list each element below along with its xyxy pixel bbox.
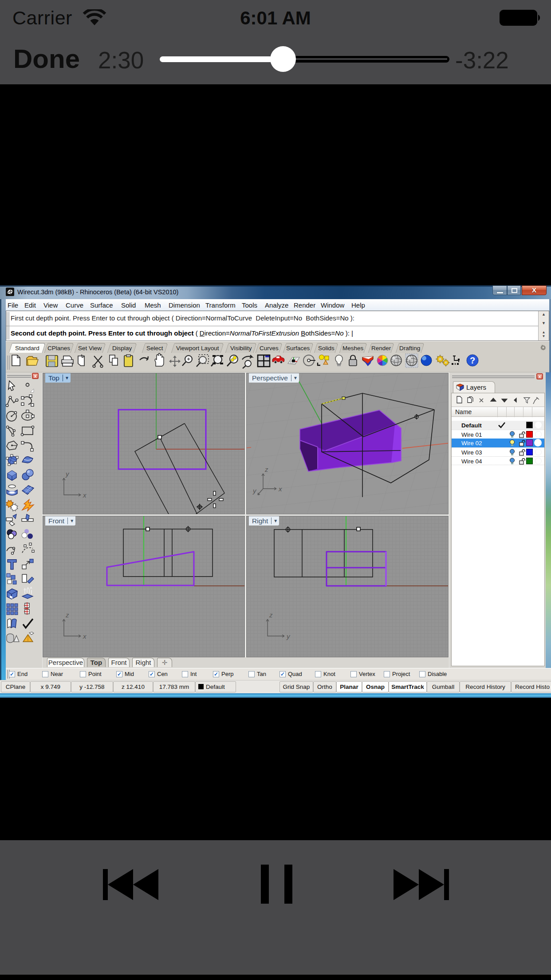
- svg-text:x: x: [278, 485, 282, 493]
- svg-text:y: y: [65, 470, 70, 478]
- svg-text:z: z: [264, 466, 268, 473]
- svg-text:y: y: [286, 632, 291, 640]
- svg-text:x: x: [83, 491, 87, 499]
- svg-text:z: z: [269, 611, 273, 619]
- svg-text:y: y: [252, 487, 257, 494]
- svg-text:x: x: [83, 632, 87, 640]
- svg-text:z: z: [65, 611, 69, 619]
- svg-text:?: ?: [470, 356, 475, 365]
